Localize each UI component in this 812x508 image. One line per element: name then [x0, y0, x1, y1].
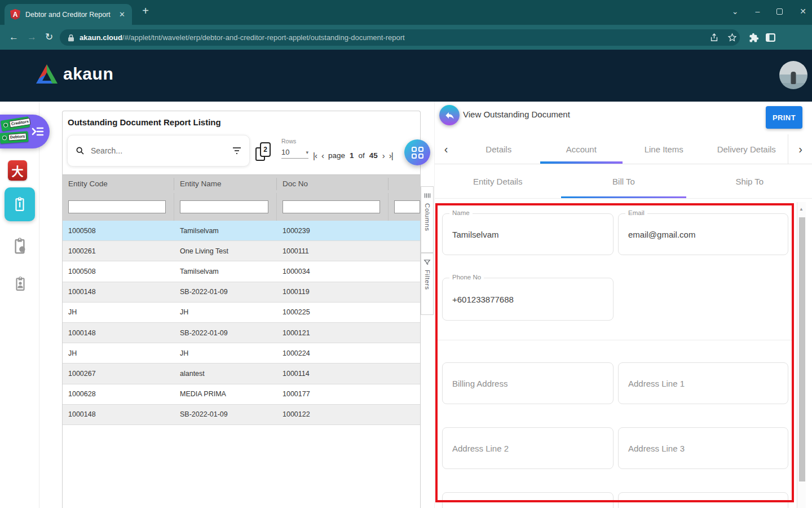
address-line-1-field[interactable]: Address Line 1	[618, 362, 788, 404]
side-panel-icon[interactable]	[766, 33, 775, 42]
column-header-entity-code[interactable]: Entity Code	[63, 178, 174, 190]
sidebar-item-debtor-creditor-applet[interactable]: Creditors Debtors	[0, 115, 50, 148]
tab-line-items[interactable]: Line Items	[623, 134, 705, 164]
window-chevron-icon[interactable]: ⌄	[732, 7, 739, 16]
table-row[interactable]: 1000267alantest1000114	[63, 364, 420, 384]
da-glyph: 大	[12, 162, 24, 179]
debtors-book-icon: Debtors	[0, 131, 29, 143]
creditors-book-icon: Creditors	[1, 116, 30, 132]
new-tab-button[interactable]: +	[139, 5, 152, 17]
filter-extra-input[interactable]	[394, 200, 420, 213]
table-body: 1000508Tamilselvam1000239 1000261One Liv…	[63, 221, 420, 425]
rows-per-page: Rows 10 ▾	[281, 138, 310, 159]
share-icon[interactable]	[709, 33, 719, 42]
partial-field-left[interactable]	[442, 492, 614, 508]
detail-tabs: ‹ Details Account Line Items Delivery De…	[435, 134, 812, 164]
applet-sidebar: Creditors Debtors 大	[0, 102, 39, 508]
address-line-3-field[interactable]: Address Line 3	[618, 427, 788, 469]
column-header-extra[interactable]	[389, 178, 420, 190]
akaun-logo: akaun	[36, 64, 113, 84]
active-subtab-underline	[561, 196, 686, 199]
table-row[interactable]: 1000508Tamilselvam1000034	[63, 261, 420, 282]
browser-window: A Debtor and Creditor Report ✕ + ⌄ – ✕ ←…	[0, 0, 812, 508]
filter-entity-code-input[interactable]	[68, 200, 166, 213]
sidebar-item-report-active[interactable]	[5, 187, 35, 221]
table-row[interactable]: 1000508Tamilselvam1000239	[63, 221, 420, 241]
subtab-bill-to[interactable]: Bill To	[561, 164, 686, 198]
sidebar-item-clipboard-report[interactable]	[11, 237, 28, 255]
back-button[interactable]	[439, 105, 460, 125]
filters-side-tab[interactable]: Filters	[421, 253, 434, 315]
listing-panel: Outstanding Document Report Listing 2 Ro…	[62, 111, 421, 508]
detail-panel: View Outstanding Document PRINT ‹ Detail…	[434, 102, 812, 508]
pages-2-icon[interactable]: 2	[255, 142, 271, 161]
window-maximize-icon[interactable]	[776, 8, 783, 15]
tabs-scroll-left-icon[interactable]: ‹	[435, 134, 457, 164]
subtab-ship-to[interactable]: Ship To	[687, 164, 812, 198]
first-page-button[interactable]: |‹	[313, 151, 317, 160]
browser-tab[interactable]: A Debtor and Creditor Report ✕	[5, 4, 132, 25]
window-close-icon[interactable]: ✕	[800, 7, 806, 16]
print-button[interactable]: PRINT	[766, 106, 802, 129]
page-word: page	[328, 151, 345, 160]
table-row[interactable]: JHJH1000224	[63, 343, 420, 364]
tab-account[interactable]: Account	[540, 134, 623, 164]
table-filter-row	[63, 193, 420, 221]
akaun-triangle-icon	[36, 64, 58, 84]
caret-down-icon: ▾	[306, 150, 308, 155]
last-page-button[interactable]: ›|	[389, 151, 393, 160]
tab-close-icon[interactable]: ✕	[118, 10, 126, 19]
of-word: of	[358, 151, 364, 160]
email-field[interactable]: Email email@gmail.com	[618, 213, 788, 255]
address-line-2-field[interactable]: Address Line 2	[442, 427, 614, 469]
billing-address-field[interactable]: Billing Address	[442, 362, 614, 404]
table-row[interactable]: 1000148SB-2022-01-091000121	[63, 323, 420, 343]
back-icon[interactable]: ←	[9, 31, 19, 43]
columns-side-tab[interactable]: Columns	[421, 186, 434, 253]
browser-toolbar: ← → ↻ akaun.cloud/#/applet/tnt/wavelet/e…	[0, 25, 812, 50]
form-scrollbar[interactable]: ▲	[797, 202, 806, 508]
bookmark-star-icon[interactable]	[727, 33, 737, 42]
next-page-button[interactable]: ›	[382, 151, 385, 160]
scroll-up-icon[interactable]: ▲	[799, 207, 804, 212]
column-header-doc-no[interactable]: Doc No	[277, 178, 389, 190]
subtab-entity-details[interactable]: Entity Details	[435, 164, 561, 198]
scrollbar-thumb[interactable]	[799, 217, 805, 481]
section-divider	[438, 340, 793, 340]
filter-list-icon[interactable]	[232, 147, 241, 155]
browser-tab-strip: A Debtor and Creditor Report ✕ + ⌄ – ✕	[0, 0, 812, 25]
user-avatar[interactable]	[779, 61, 807, 89]
tab-details[interactable]: Details	[457, 134, 540, 164]
tabs-scroll-right-icon[interactable]: ›	[788, 134, 812, 164]
table-row[interactable]: 1000148SB-2022-01-091000119	[63, 282, 420, 303]
sidebar-item-da-app[interactable]: 大	[8, 160, 27, 181]
search-input[interactable]	[90, 146, 227, 156]
apps-grid-fab[interactable]	[404, 139, 430, 165]
partial-field-right[interactable]	[618, 492, 788, 508]
lock-icon	[68, 34, 74, 42]
search-box[interactable]	[67, 135, 250, 167]
prev-page-button[interactable]: ‹	[321, 151, 324, 160]
refresh-icon[interactable]: ↻	[45, 31, 53, 43]
url-text: akaun.cloud/#/applet/tnt/wavelet/erp/deb…	[80, 33, 405, 42]
collapse-menu-icon[interactable]	[31, 125, 45, 138]
forward-icon[interactable]: →	[27, 31, 37, 43]
rows-per-page-select[interactable]: 10 ▾	[281, 148, 308, 159]
filter-doc-no-input[interactable]	[283, 200, 380, 213]
column-header-entity-name[interactable]: Entity Name	[174, 178, 277, 190]
columns-bars-icon	[424, 192, 431, 199]
table-row[interactable]: 1000628MEDIA PRIMA1000177	[63, 384, 420, 405]
url-bar[interactable]: akaun.cloud/#/applet/tnt/wavelet/erp/deb…	[60, 29, 740, 46]
tab-delivery-details[interactable]: Delivery Details	[705, 134, 788, 164]
phone-field[interactable]: Phone No +601233877688	[442, 278, 614, 321]
sidebar-item-badge-report[interactable]	[13, 275, 28, 292]
total-pages: 45	[369, 151, 378, 160]
table-row[interactable]: JHJH1000225	[63, 303, 420, 323]
name-field[interactable]: Name Tamilselvam	[442, 213, 614, 255]
table-row[interactable]: 1000261One Living Test1000111	[63, 241, 420, 261]
extensions-puzzle-icon[interactable]	[749, 33, 759, 43]
table-row[interactable]: 1000148SB-2022-01-091000122	[63, 405, 420, 425]
window-minimize-icon[interactable]: –	[755, 7, 760, 16]
filter-entity-name-input[interactable]	[180, 200, 268, 213]
brand-name: akaun	[63, 64, 113, 84]
